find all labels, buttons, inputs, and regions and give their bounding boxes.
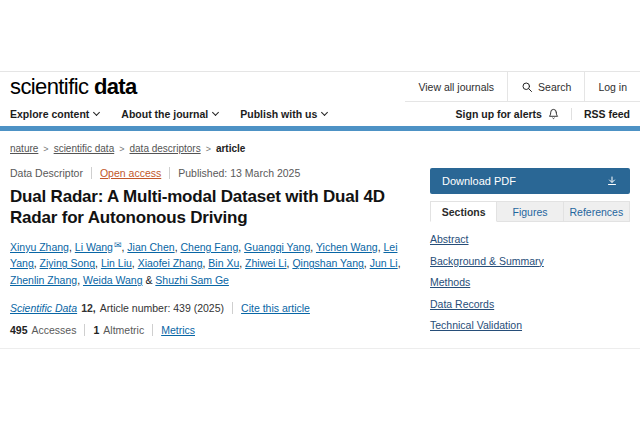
tab-references[interactable]: References xyxy=(564,201,630,222)
breadcrumb-separator: > xyxy=(43,144,48,154)
chevron-down-icon xyxy=(93,109,100,116)
author-link[interactable]: Xinyu Zhang xyxy=(10,241,69,253)
sidebar-section-link[interactable]: Methods xyxy=(430,276,470,288)
author-link[interactable]: Jian Chen xyxy=(127,241,174,253)
rss-feed-label: RSS feed xyxy=(584,108,630,120)
citation-line: Scientific Data 12, Article number: 439 … xyxy=(10,302,420,314)
search-link[interactable]: Search xyxy=(507,72,584,101)
altmetric-count: 1 xyxy=(93,324,99,336)
chevron-down-icon xyxy=(321,109,328,116)
sidebar-section-link[interactable]: Abstract xyxy=(430,233,469,245)
article-main: nature>scientific data>data descriptors>… xyxy=(10,141,420,341)
tab-sections[interactable]: Sections xyxy=(430,201,497,222)
article-type-label: Data Descriptor xyxy=(10,167,83,179)
main-nav: Explore contentAbout the journalPublish … xyxy=(0,102,640,126)
citation-divider xyxy=(232,302,233,314)
breadcrumb-link[interactable]: nature xyxy=(10,143,38,154)
sidebar-section-item: Data Records xyxy=(430,298,630,310)
download-pdf-label: Download PDF xyxy=(442,175,516,187)
log-in-label: Log in xyxy=(598,81,627,93)
meta-divider xyxy=(91,167,92,179)
open-access-link[interactable]: Open access xyxy=(100,167,161,179)
header-utility-links: View all journals Search Log in xyxy=(405,72,640,102)
author-link[interactable]: Xiaofei Zhang xyxy=(138,257,203,269)
main-nav-right: Sign up for alerts RSS feed xyxy=(456,108,630,120)
metrics-divider xyxy=(152,324,153,336)
published-date: Published: 13 March 2025 xyxy=(178,167,300,179)
chevron-down-icon xyxy=(212,109,219,116)
main-nav-items: Explore contentAbout the journalPublish … xyxy=(10,108,327,120)
sidebar-tabs: SectionsFiguresReferences xyxy=(430,201,630,222)
logo-light: scientific xyxy=(10,74,88,99)
nav-item-publish-with-us[interactable]: Publish with us xyxy=(240,108,327,120)
cite-this-article-link[interactable]: Cite this article xyxy=(241,302,310,314)
author-link[interactable]: Lin Liu xyxy=(101,257,132,269)
search-label: Search xyxy=(538,81,571,93)
breadcrumb-separator: > xyxy=(119,144,124,154)
metrics-divider xyxy=(84,324,85,336)
sidebar-sections: AbstractBackground & SummaryMethodsData … xyxy=(430,233,630,331)
sign-up-alerts-link[interactable]: Sign up for alerts xyxy=(456,108,571,120)
tab-figures[interactable]: Figures xyxy=(497,201,563,222)
breadcrumb-link[interactable]: data descriptors xyxy=(129,143,200,154)
header-top-row: scientific data View all journals Search… xyxy=(0,72,640,102)
sidebar-section-link[interactable]: Technical Validation xyxy=(430,319,522,331)
nav-item-about-the-journal[interactable]: About the journal xyxy=(121,108,218,120)
sign-up-alerts-label: Sign up for alerts xyxy=(456,108,542,120)
authors-list: Xinyu Zhang, Li Wang✉, Jian Chen, Cheng … xyxy=(10,238,420,289)
metrics-link[interactable]: Metrics xyxy=(161,324,195,336)
author-link[interactable]: Qingshan Yang xyxy=(292,257,363,269)
journal-name-link[interactable]: Scientific Data xyxy=(10,302,77,314)
author-link[interactable]: Zhenlin Zhang xyxy=(10,274,77,286)
breadcrumb: nature>scientific data>data descriptors>… xyxy=(10,143,420,154)
breadcrumb-current: article xyxy=(216,143,245,154)
author-link[interactable]: Yichen Wang xyxy=(316,241,378,253)
download-pdf-button[interactable]: Download PDF xyxy=(430,168,630,194)
email-icon[interactable]: ✉ xyxy=(114,240,122,250)
metrics-row: 495 Accesses 1 Altmetric Metrics xyxy=(10,324,420,336)
author-link[interactable]: Li Wang xyxy=(75,241,113,253)
author-link[interactable]: Shuzhi Sam Ge xyxy=(155,274,229,286)
bell-icon xyxy=(548,108,559,120)
article-number: Article number: 439 (2025) xyxy=(100,302,224,314)
journal-logo[interactable]: scientific data xyxy=(10,74,137,100)
content: nature>scientific data>data descriptors>… xyxy=(0,131,640,349)
author-link[interactable]: Ziying Song xyxy=(40,257,95,269)
accesses-count: 495 xyxy=(10,324,28,336)
article-sidebar: Download PDF SectionsFiguresReferences A… xyxy=(430,141,630,341)
author-link[interactable]: Zhiwei Li xyxy=(245,257,286,269)
author-link[interactable]: Weida Wang xyxy=(83,274,143,286)
accesses-label: Accesses xyxy=(32,324,77,336)
sidebar-section-item: Abstract xyxy=(430,233,630,245)
author-link[interactable]: Guangqi Yang xyxy=(244,241,310,253)
author-link[interactable]: Cheng Fang xyxy=(180,241,238,253)
breadcrumb-separator: > xyxy=(206,144,211,154)
sidebar-section-item: Background & Summary xyxy=(430,255,630,267)
sidebar-section-item: Technical Validation xyxy=(430,319,630,331)
author-link[interactable]: Jun Li xyxy=(370,257,398,269)
download-icon xyxy=(606,175,618,187)
sidebar-section-item: Methods xyxy=(430,276,630,288)
article-title: Dual Radar: A Multi-modal Dataset with D… xyxy=(10,187,420,229)
sidebar-section-link[interactable]: Background & Summary xyxy=(430,255,544,267)
breadcrumb-link[interactable]: scientific data xyxy=(54,143,115,154)
nav-item-explore-content[interactable]: Explore content xyxy=(10,108,99,120)
search-icon xyxy=(521,81,533,93)
author-link[interactable]: Bin Xu xyxy=(208,257,239,269)
article-meta: Data Descriptor Open access Published: 1… xyxy=(10,167,420,179)
altmetric-label: Altmetric xyxy=(103,324,144,336)
rss-feed-link[interactable]: RSS feed xyxy=(571,108,630,120)
top-whitespace xyxy=(0,0,640,71)
view-all-journals-label: View all journals xyxy=(418,81,494,93)
logo-bold: data xyxy=(94,74,137,99)
journal-volume: 12, xyxy=(81,302,96,314)
view-all-journals-link[interactable]: View all journals xyxy=(405,72,507,101)
sidebar-section-link[interactable]: Data Records xyxy=(430,298,494,310)
meta-divider xyxy=(169,167,170,179)
page: scientific data View all journals Search… xyxy=(0,0,640,427)
site-header: scientific data View all journals Search… xyxy=(0,71,640,131)
log-in-link[interactable]: Log in xyxy=(584,72,640,101)
